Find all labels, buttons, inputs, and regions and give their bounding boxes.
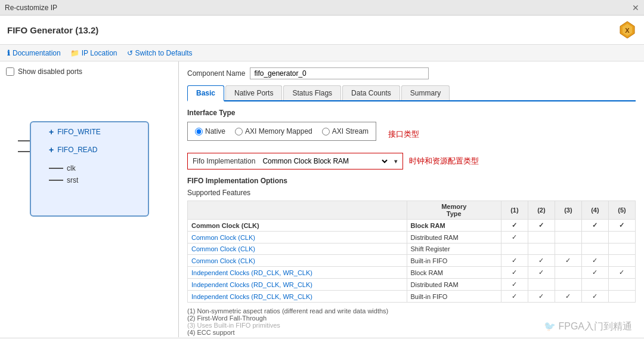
tab-status-flags[interactable]: Status Flags	[283, 85, 341, 100]
tab-native-ports[interactable]: Native Ports	[225, 85, 282, 100]
radio-axi-stream-input[interactable]	[322, 128, 330, 135]
info-icon: ℹ	[7, 49, 10, 57]
table-row[interactable]: Independent Clocks (RD_CLK, WR_CLK)	[188, 267, 407, 279]
show-disabled-ports-row: Show disabled ports	[6, 67, 172, 76]
tab-data-counts[interactable]: Data Counts	[342, 85, 400, 100]
srst-label: srst	[67, 176, 78, 184]
fifo-impl-label: Fifo Implementation	[193, 157, 255, 165]
features-table: MemoryType (1) (2) (3) (4) (5) Common Cl…	[187, 201, 636, 303]
fifo-impl-select[interactable]: Common Clock Block RAM Common Clock Dist…	[260, 156, 389, 166]
supported-features-label: Supported Features	[187, 189, 636, 197]
table-row[interactable]: Independent Clocks (RD_CLK, WR_CLK)	[188, 291, 407, 303]
tab-basic[interactable]: Basic	[187, 85, 224, 101]
clk-line	[49, 168, 63, 169]
folder-icon: 📁	[70, 49, 79, 57]
fifo-options-section: FIFO Implementation Options Supported Fe…	[187, 177, 636, 337]
col-header-3: (3)	[555, 201, 581, 220]
clk-port: clk	[49, 164, 143, 172]
window-title: Re-customize IP	[5, 4, 57, 12]
show-disabled-ports-label: Show disabled ports	[18, 67, 82, 76]
srst-port: srst	[49, 176, 143, 184]
radio-axi-mm-input[interactable]	[235, 128, 243, 135]
radio-native-input[interactable]	[195, 128, 203, 135]
refresh-icon: ↺	[127, 49, 133, 57]
ip-location-button[interactable]: 📁 IP Location	[70, 49, 117, 57]
fifo-options-title: FIFO Implementation Options	[187, 177, 636, 185]
content-area: Show disabled ports + FIFO_WRITE + FIFO_…	[0, 61, 644, 337]
plus-icon-write: +	[49, 127, 54, 137]
col-header-1: (1)	[501, 201, 528, 220]
app-title: FIFO Generator (13.2)	[7, 25, 98, 35]
col-header-2: (2)	[528, 201, 555, 220]
tab-summary[interactable]: Summary	[401, 85, 450, 100]
srst-line	[49, 180, 63, 181]
col-header-name	[188, 201, 407, 220]
fifo-write-port[interactable]: + FIFO_WRITE	[49, 127, 143, 137]
footnote-item: (4) ECC support	[187, 329, 636, 336]
table-row[interactable]: Common Clock (CLK)	[188, 244, 407, 255]
title-bar: Re-customize IP ✕	[0, 0, 644, 16]
close-button[interactable]: ✕	[632, 3, 639, 13]
fifo-block: + FIFO_WRITE + FIFO_READ clk srst	[30, 121, 149, 217]
fifo-write-label: FIFO_WRITE	[57, 128, 101, 136]
svg-text:X: X	[625, 27, 630, 34]
footnote-item: (5) Dynamic Error Injection	[187, 336, 636, 337]
table-row[interactable]: Common Clock (CLK)	[188, 255, 407, 267]
interface-type-annotation: 接口类型	[388, 129, 419, 140]
tab-bar: Basic Native Ports Status Flags Data Cou…	[187, 85, 636, 101]
component-name-row: Component Name	[187, 67, 636, 79]
table-row[interactable]: Independent Clocks (RD_CLK, WR_CLK)	[188, 279, 407, 291]
fifo-impl-box: Fifo Implementation Common Clock Block R…	[187, 153, 403, 170]
block-diagram: + FIFO_WRITE + FIFO_READ clk srst	[18, 109, 149, 229]
toolbar: ℹ Documentation 📁 IP Location ↺ Switch t…	[0, 45, 644, 61]
footnote-item: (3) Uses Built-in FIFO primitives	[187, 322, 636, 329]
main-header: FIFO Generator (13.2) X	[0, 16, 644, 45]
read-line-connector	[18, 151, 30, 152]
footnote-item: (2) First-Word Fall-Through	[187, 315, 636, 322]
radio-axi-stream[interactable]: AXI Stream	[322, 127, 369, 135]
radio-axi-mm-label: AXI Memory Mapped	[245, 127, 312, 135]
fifo-impl-row: Fifo Implementation Common Clock Block R…	[187, 153, 636, 170]
col-header-memory: MemoryType	[407, 201, 501, 220]
right-panel: Component Name Basic Native Ports Status…	[179, 61, 644, 337]
radio-axi-mm[interactable]: AXI Memory Mapped	[235, 127, 312, 135]
documentation-label: Documentation	[13, 49, 61, 57]
footnote-item: (1) Non-symmetric aspect ratios (differe…	[187, 307, 636, 315]
ip-location-label: IP Location	[82, 49, 117, 57]
interface-type-title: Interface Type	[187, 109, 636, 117]
plus-icon-read: +	[49, 145, 54, 155]
radio-axi-stream-label: AXI Stream	[332, 127, 369, 135]
radio-native-label: Native	[205, 127, 225, 135]
interface-type-section: Interface Type Native AXI Memory Mapped …	[187, 109, 636, 147]
fifo-read-port[interactable]: + FIFO_READ	[49, 145, 143, 155]
col-header-5: (5)	[608, 201, 635, 220]
switch-defaults-button[interactable]: ↺ Switch to Defaults	[127, 49, 193, 57]
footnotes: (1) Non-symmetric aspect ratios (differe…	[187, 307, 636, 337]
documentation-button[interactable]: ℹ Documentation	[7, 49, 61, 57]
fifo-impl-annotation: 时钟和资源配置类型	[409, 156, 479, 167]
write-line-connector	[18, 140, 30, 141]
component-name-label: Component Name	[187, 69, 245, 78]
left-panel: Show disabled ports + FIFO_WRITE + FIFO_…	[0, 61, 179, 337]
col-header-4: (4)	[581, 201, 608, 220]
app-logo: X	[618, 20, 637, 39]
clk-label: clk	[67, 164, 76, 172]
interface-type-box: Native AXI Memory Mapped AXI Stream	[187, 122, 376, 141]
radio-native[interactable]: Native	[195, 127, 225, 135]
switch-defaults-label: Switch to Defaults	[135, 49, 193, 57]
component-name-input[interactable]	[250, 67, 429, 79]
show-disabled-ports-checkbox[interactable]	[6, 67, 14, 76]
table-row[interactable]: Common Clock (CLK)	[188, 232, 407, 244]
table-row: Common Clock (CLK)	[188, 220, 407, 232]
fifo-read-label: FIFO_READ	[57, 146, 97, 154]
